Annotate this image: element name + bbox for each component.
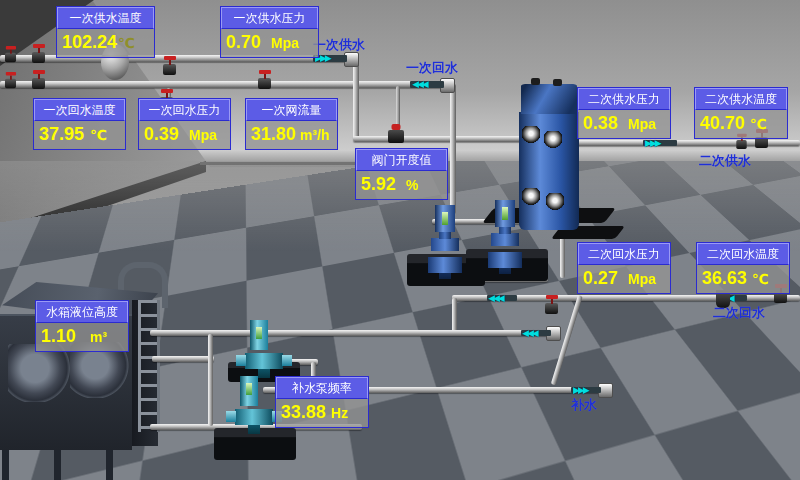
- pipe-label-primary-return: 一次回水: [406, 59, 458, 77]
- gauge-title: 二次供水温度: [695, 88, 787, 110]
- flow-arrow-icon: ◀◀◀: [522, 329, 537, 338]
- gauge-unit: Mpa: [189, 125, 217, 145]
- valve-icon[interactable]: [736, 140, 746, 149]
- circulation-pump-2[interactable]: [487, 200, 523, 274]
- gauge-unit: %: [406, 175, 418, 195]
- gauge-value: 40.70: [700, 113, 745, 133]
- gauge-title: 一次回水压力: [139, 99, 230, 121]
- gauge-value: 0.27: [583, 268, 618, 288]
- gauge-value: 0.70: [226, 32, 261, 52]
- pipe-primary-return: [0, 81, 450, 88]
- gauge-unit: m³: [90, 327, 107, 347]
- gauge-title: 一次回水温度: [34, 99, 125, 121]
- flow-arrow-icon: ◀◀◀: [488, 294, 503, 303]
- gauge-primary-return-temp: 一次回水温度 37.95℃: [33, 98, 126, 150]
- gauge-unit: m³/h: [300, 125, 330, 145]
- gauge-title: 二次供水压力: [578, 88, 670, 110]
- valve-icon[interactable]: [32, 78, 45, 89]
- gauge-value: 0.38: [583, 113, 618, 133]
- valve-icon[interactable]: [32, 52, 45, 63]
- gauge-primary-return-pressure: 一次回水压力 0.39Mpa: [138, 98, 231, 150]
- gauge-value: 5.92: [361, 174, 396, 194]
- pipe-label-primary-supply: 一次供水: [313, 36, 365, 54]
- gauge-secondary-return-pressure: 二次回水压力 0.27Mpa: [577, 242, 671, 294]
- flow-arrow-icon: ▶▶▶: [645, 139, 660, 148]
- gauge-title: 阀门开度值: [356, 149, 447, 171]
- makeup-pump-1[interactable]: [236, 320, 292, 382]
- makeup-pump-2[interactable]: [226, 376, 282, 438]
- control-valve-icon[interactable]: [388, 130, 404, 143]
- gauge-primary-supply-pressure: 一次供水压力 0.70Mpa: [220, 6, 319, 58]
- pipe-tank-stub: [152, 356, 214, 362]
- gauge-value: 31.80: [251, 124, 296, 144]
- gauge-title: 一次网流量: [246, 99, 337, 121]
- gauge-primary-supply-temp: 一次供水温度 102.24℃: [56, 6, 155, 58]
- flow-arrow-icon: ▶▶▶: [573, 386, 588, 395]
- gauge-title: 一次供水压力: [221, 7, 318, 29]
- valve-icon[interactable]: [163, 64, 176, 75]
- gauge-secondary-return-temp: 二次回水温度 36.63℃: [696, 242, 790, 294]
- gauge-title: 二次回水温度: [697, 243, 789, 265]
- gauge-unit: Mpa: [628, 114, 656, 134]
- pipe-primary-supply-riser: [353, 58, 359, 142]
- gauge-title: 一次供水温度: [57, 7, 154, 29]
- pipe-primary-supply-to-hx: [353, 136, 533, 142]
- gauge-value: 102.24: [62, 32, 117, 52]
- flow-arrow-icon: ◀◀◀: [412, 80, 427, 89]
- gauge-unit: Hz: [331, 403, 348, 423]
- gauge-unit: ℃: [752, 269, 769, 289]
- gauge-unit: Mpa: [271, 33, 299, 53]
- valve-icon[interactable]: [5, 53, 16, 62]
- pipe-primary-return-riser: [450, 84, 456, 214]
- tank-legs: [2, 446, 132, 480]
- tank-ladder: [138, 300, 160, 432]
- gauge-unit: ℃: [118, 33, 135, 53]
- gauge-secondary-supply-temp: 二次供水温度 40.70℃: [694, 87, 788, 139]
- gauge-value: 36.63: [702, 268, 747, 288]
- gauge-title: 二次回水压力: [578, 243, 670, 265]
- gauge-secondary-supply-pressure: 二次供水压力 0.38Mpa: [577, 87, 671, 139]
- gauge-unit: ℃: [90, 125, 107, 145]
- gauge-tank-level: 水箱液位高度 1.10m³: [35, 300, 129, 352]
- pipe-secondary-return-drop: [452, 298, 457, 334]
- pipe-label-secondary-return: 二次回水: [713, 304, 765, 322]
- gauge-makeup-pump-freq: 补水泵频率 33.88Hz: [275, 376, 369, 428]
- valve-icon[interactable]: [5, 79, 16, 88]
- valve-icon[interactable]: [545, 303, 558, 314]
- hmi-scene: ▶▶▶ ◀◀◀ ▶▶▶ ◀◀◀ ◀◀◀ ◀◀◀ ▶▶▶ 一次供水 一次回水 二次…: [0, 0, 800, 480]
- pipe-label-makeup-water: 补水: [571, 396, 597, 414]
- gauge-title: 水箱液位高度: [36, 301, 128, 323]
- gauge-unit: Mpa: [628, 269, 656, 289]
- pipe-tank-manifold: [208, 334, 213, 426]
- gauge-value: 1.10: [41, 326, 76, 346]
- gauge-value: 33.88: [281, 402, 326, 422]
- gauge-primary-flow: 一次网流量 31.80m³/h: [245, 98, 338, 150]
- plate-heat-exchanger[interactable]: [519, 84, 579, 230]
- valve-icon[interactable]: [258, 78, 271, 89]
- gauge-unit: ℃: [750, 114, 767, 134]
- gauge-value: 37.95: [39, 124, 84, 144]
- circulation-pump-1[interactable]: [427, 205, 463, 279]
- gauge-title: 补水泵频率: [276, 377, 368, 399]
- pipe-label-secondary-supply: 二次供水: [699, 152, 751, 170]
- gauge-value: 0.39: [144, 124, 179, 144]
- gauge-valve-opening: 阀门开度值 5.92%: [355, 148, 448, 200]
